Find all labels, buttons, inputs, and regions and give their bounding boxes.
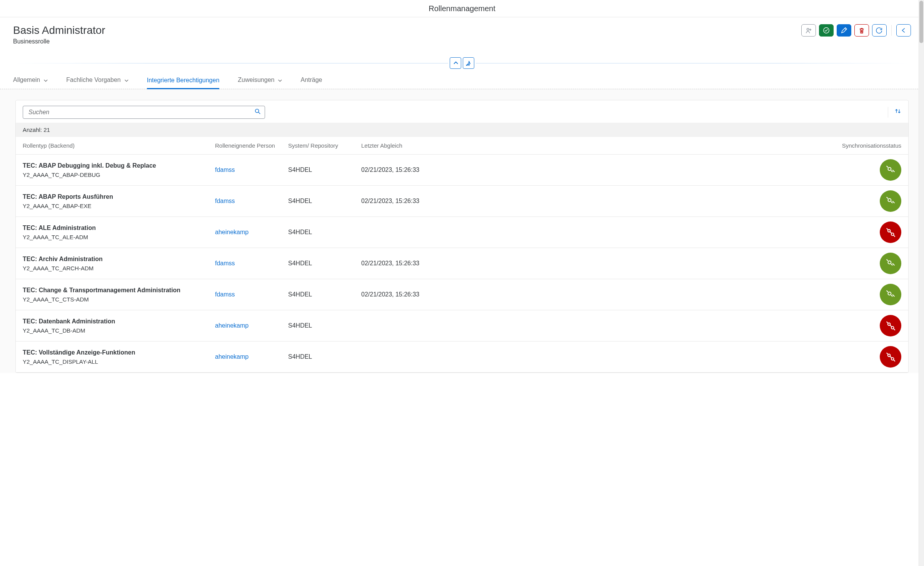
role-name: TEC: Change & Transportmanagement Admini… xyxy=(23,287,215,294)
page-title: Basis Administrator xyxy=(13,24,105,37)
table-row: TEC: Vollständige Anzeige-FunktionenY2_A… xyxy=(16,341,908,373)
role-name: TEC: Vollständige Anzeige-Funktionen xyxy=(23,349,215,356)
owner-link[interactable]: aheinekamp xyxy=(215,353,249,360)
sync-status-error-icon[interactable] xyxy=(880,221,901,243)
content-area: Anzahl: 21 Rollentyp (Backend) Rolleneig… xyxy=(0,89,924,373)
role-name: TEC: Datenbank Administration xyxy=(23,318,215,325)
role-name: TEC: ABAP Reports Ausführen xyxy=(23,193,215,200)
app-title: Rollenmanagement xyxy=(429,4,495,13)
system-cell: S4HDEL xyxy=(288,166,361,173)
authorizations-panel: Anzahl: 21 Rollentyp (Backend) Rolleneig… xyxy=(15,100,909,373)
owner-link[interactable]: aheinekamp xyxy=(215,229,249,235)
collapse-header-button[interactable] xyxy=(450,57,461,69)
add-user-button[interactable] xyxy=(801,24,816,37)
table-row: TEC: ABAP Reports AusführenY2_AAAA_TC_AB… xyxy=(16,186,908,217)
object-header: Basis Administrator Businessrolle xyxy=(0,17,924,45)
role-name: TEC: Archiv Administration xyxy=(23,256,215,263)
tab-zuweisungen[interactable]: Zuweisungen xyxy=(238,73,282,89)
last-sync-cell: 02/21/2023, 15:26:33 xyxy=(361,291,438,298)
table-row: TEC: Datenbank AdministrationY2_AAAA_TC_… xyxy=(16,310,908,341)
header-actions xyxy=(801,24,911,37)
last-sync-cell: 02/21/2023, 15:26:33 xyxy=(361,166,438,173)
page-subtitle: Businessrolle xyxy=(13,38,105,45)
panel-toolbar xyxy=(16,100,908,123)
owner-link[interactable]: fdamss xyxy=(215,198,235,204)
system-cell: S4HDEL xyxy=(288,353,361,360)
sort-button[interactable] xyxy=(894,108,901,117)
app-bar: Rollenmanagement xyxy=(0,0,924,17)
col-sync-status: Synchronisationsstatus xyxy=(438,142,901,149)
chevron-down-icon xyxy=(124,78,128,82)
sync-status-error-icon[interactable] xyxy=(880,346,901,368)
table-row: TEC: Archiv AdministrationY2_AAAA_TC_ARC… xyxy=(16,248,908,279)
sync-status-error-icon[interactable] xyxy=(880,315,901,336)
count-label: Anzahl: xyxy=(23,127,42,133)
col-owner: Rolleneignende Person xyxy=(215,142,288,149)
search-input[interactable] xyxy=(23,106,265,119)
role-code: Y2_AAAA_TC_ABAP-DEBUG xyxy=(23,171,215,178)
table-header: Rollentyp (Backend) Rolleneignende Perso… xyxy=(16,137,908,155)
last-sync-cell: 02/21/2023, 15:26:33 xyxy=(361,198,438,205)
last-sync-cell: 02/21/2023, 15:26:33 xyxy=(361,260,438,267)
tab-label: Zuweisungen xyxy=(238,77,274,83)
role-code: Y2_AAAA_TC_DB-ADM xyxy=(23,327,215,334)
count-row: Anzahl: 21 xyxy=(16,123,908,137)
tab-label: Fachliche Vorgaben xyxy=(66,77,120,83)
owner-link[interactable]: fdamss xyxy=(215,166,235,173)
role-name: TEC: ABAP Debugging inkl. Debug & Replac… xyxy=(23,162,215,169)
pin-header-button[interactable] xyxy=(463,57,474,69)
col-rollentyp: Rollentyp (Backend) xyxy=(23,142,215,149)
col-system: System/ Repository xyxy=(288,142,361,149)
owner-link[interactable]: aheinekamp xyxy=(215,322,249,329)
tab-label: Allgemein xyxy=(13,77,40,83)
count-value: 21 xyxy=(43,127,50,133)
section-tabs: AllgemeinFachliche VorgabenIntegrierte B… xyxy=(0,71,924,89)
separator xyxy=(891,25,892,36)
tab-anträge[interactable]: Anträge xyxy=(300,73,322,89)
tab-fachliche-vorgaben[interactable]: Fachliche Vorgaben xyxy=(66,73,128,89)
tab-integrierte-berechtigungen[interactable]: Integrierte Berechtigungen xyxy=(147,73,220,89)
role-code: Y2_AAAA_TC_ARCH-ADM xyxy=(23,265,215,271)
sync-status-ok-icon[interactable] xyxy=(880,284,901,305)
system-cell: S4HDEL xyxy=(288,229,361,236)
chevron-down-icon xyxy=(277,78,282,82)
system-cell: S4HDEL xyxy=(288,198,361,205)
chevron-down-icon xyxy=(43,78,48,82)
col-last-sync: Letzter Abgleich xyxy=(361,142,438,149)
table-row: TEC: ABAP Debugging inkl. Debug & Replac… xyxy=(16,155,908,186)
edit-button[interactable] xyxy=(837,24,851,37)
table-row: TEC: Change & Transportmanagement Admini… xyxy=(16,279,908,310)
table-body: TEC: ABAP Debugging inkl. Debug & Replac… xyxy=(16,155,908,373)
header-anchor-bar xyxy=(0,55,924,71)
role-code: Y2_AAAA_TC_ABAP-EXE xyxy=(23,203,215,209)
separator xyxy=(888,107,888,118)
table-row: TEC: ALE AdministrationY2_AAAA_TC_ALE-AD… xyxy=(16,217,908,248)
approve-button[interactable] xyxy=(819,24,834,37)
delete-button[interactable] xyxy=(854,24,869,37)
role-code: Y2_AAAA_TC_ALE-ADM xyxy=(23,234,215,240)
tab-label: Anträge xyxy=(300,77,322,83)
vertical-scrollbar[interactable] xyxy=(919,0,924,373)
system-cell: S4HDEL xyxy=(288,291,361,298)
tab-allgemein[interactable]: Allgemein xyxy=(13,73,48,89)
search-icon[interactable] xyxy=(254,108,261,117)
refresh-button[interactable] xyxy=(872,24,887,37)
system-cell: S4HDEL xyxy=(288,260,361,267)
sync-status-ok-icon[interactable] xyxy=(880,159,901,181)
owner-link[interactable]: fdamss xyxy=(215,291,235,298)
role-code: Y2_AAAA_TC_DISPLAY-ALL xyxy=(23,358,215,365)
sync-status-ok-icon[interactable] xyxy=(880,190,901,212)
system-cell: S4HDEL xyxy=(288,322,361,329)
tab-label: Integrierte Berechtigungen xyxy=(147,77,220,84)
sync-status-ok-icon[interactable] xyxy=(880,253,901,274)
scrollbar-thumb[interactable] xyxy=(919,1,923,43)
role-code: Y2_AAAA_TC_CTS-ADM xyxy=(23,296,215,303)
back-button[interactable] xyxy=(896,24,911,37)
role-name: TEC: ALE Administration xyxy=(23,225,215,231)
owner-link[interactable]: fdamss xyxy=(215,260,235,266)
